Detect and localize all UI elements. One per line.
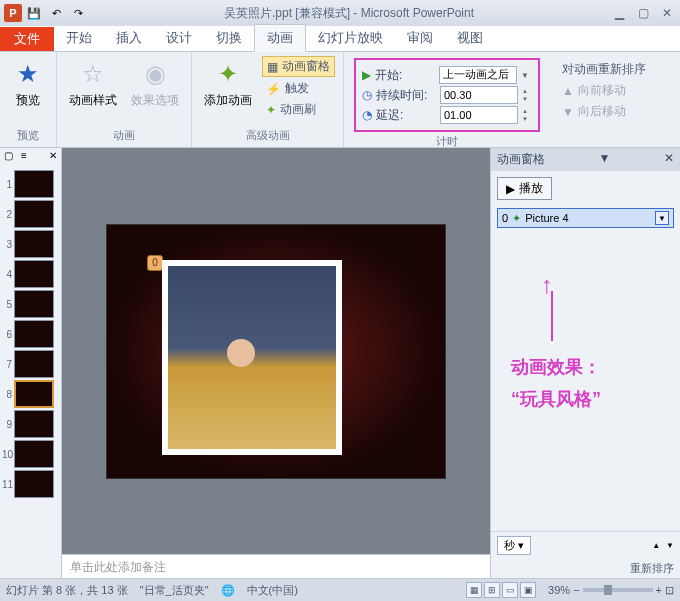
- styles-label: 动画样式: [69, 92, 117, 109]
- timing-highlight: ▶ 开始: 上一动画之后 ▼ ◷ 持续时间: ▲▼ ◔ 延迟: ▲▼: [354, 58, 540, 132]
- save-icon[interactable]: 💾: [24, 3, 44, 23]
- animation-painter-button[interactable]: ✦动画刷: [262, 100, 335, 119]
- language-icon[interactable]: 🌐: [221, 584, 235, 597]
- add-animation-button[interactable]: ✦ 添加动画: [200, 56, 256, 111]
- tab-home[interactable]: 开始: [54, 25, 104, 51]
- start-label: 开始:: [375, 67, 435, 84]
- trigger-button[interactable]: ⚡触发: [262, 79, 335, 98]
- thumbnail-3[interactable]: 3: [2, 230, 59, 258]
- pane-close-icon[interactable]: ✕: [664, 151, 674, 168]
- reorder-up-icon[interactable]: ▲: [652, 541, 660, 550]
- close-button[interactable]: ✕: [658, 6, 676, 20]
- move-backward-button: ▼向后移动: [558, 102, 650, 121]
- delay-label: 延迟:: [376, 107, 436, 124]
- spin-down-icon[interactable]: ▼: [522, 115, 532, 123]
- animation-pane-button[interactable]: ▦动画窗格: [262, 56, 335, 77]
- animation-pane: 动画窗格 ▼ ✕ ▶播放 0 ✦ Picture 4 ▼ ↑ 动画效果： “玩具…: [490, 148, 680, 578]
- animation-styles-button[interactable]: ☆ 动画样式: [65, 56, 121, 111]
- start-dropdown[interactable]: 上一动画之后: [439, 66, 517, 84]
- app-icon[interactable]: P: [4, 4, 22, 22]
- play-icon: ▶: [362, 68, 371, 82]
- thumbnail-2[interactable]: 2: [2, 200, 59, 228]
- play-button[interactable]: ▶播放: [497, 177, 552, 200]
- delay-input[interactable]: [440, 106, 518, 124]
- fit-button[interactable]: ⊡: [665, 584, 674, 597]
- redo-icon[interactable]: ↷: [68, 3, 88, 23]
- add-label: 添加动画: [204, 92, 252, 109]
- thumbnail-list: 1234567891011: [0, 166, 61, 502]
- thumbnail-7[interactable]: 7: [2, 350, 59, 378]
- play-icon: ▶: [506, 182, 515, 196]
- thumbnail-tabs: ▢ ≡ ✕: [0, 148, 61, 166]
- tab-animations[interactable]: 动画: [254, 24, 306, 52]
- star-icon: ★: [12, 58, 44, 90]
- pane-title: 动画窗格: [497, 151, 545, 168]
- slides-tab-icon[interactable]: ▢: [0, 148, 17, 166]
- thumbnail-1[interactable]: 1: [2, 170, 59, 198]
- item-dropdown-icon[interactable]: ▼: [655, 211, 669, 225]
- options-icon: ◉: [139, 58, 171, 90]
- reorder-label: 对动画重新排序: [558, 60, 650, 79]
- thumbnail-4[interactable]: 4: [2, 260, 59, 288]
- duration-input[interactable]: [440, 86, 518, 104]
- thumbnail-5[interactable]: 5: [2, 290, 59, 318]
- slide-canvas[interactable]: 0: [62, 148, 490, 554]
- seconds-dropdown[interactable]: 秒 ▾: [497, 536, 531, 555]
- reorder-down-icon[interactable]: ▼: [666, 541, 674, 550]
- pane-dropdown-icon[interactable]: ▼: [599, 151, 611, 168]
- reorder-label: 重新排序: [491, 559, 680, 578]
- tab-insert[interactable]: 插入: [104, 25, 154, 51]
- tab-slideshow[interactable]: 幻灯片放映: [306, 25, 395, 51]
- notes-pane[interactable]: 单击此处添加备注: [62, 554, 490, 578]
- zoom-handle[interactable]: [604, 585, 612, 595]
- zoom-in-button[interactable]: +: [656, 584, 662, 596]
- chevron-down-icon[interactable]: ▼: [521, 71, 529, 80]
- spin-down-icon[interactable]: ▼: [522, 95, 532, 103]
- tab-view[interactable]: 视图: [445, 25, 495, 51]
- add-star-icon: ✦: [212, 58, 244, 90]
- window-controls: ▁ ▢ ✕: [610, 6, 676, 20]
- ribbon: ★ 预览 预览 ☆ 动画样式 ◉ 效果选项 动画 ✦ 添加动画 ▦动画窗格: [0, 52, 680, 148]
- tab-review[interactable]: 审阅: [395, 25, 445, 51]
- normal-view-icon[interactable]: ▦: [466, 582, 482, 598]
- slide-counter: 幻灯片 第 8 张，共 13 张: [6, 583, 128, 598]
- tab-file[interactable]: 文件: [0, 27, 54, 51]
- thumbnail-8[interactable]: 8: [2, 380, 59, 408]
- thumbnail-9[interactable]: 9: [2, 410, 59, 438]
- outline-tab-icon[interactable]: ≡: [17, 148, 31, 166]
- tab-transitions[interactable]: 切换: [204, 25, 254, 51]
- reading-view-icon[interactable]: ▭: [502, 582, 518, 598]
- photo-placeholder: [168, 266, 336, 449]
- preview-button[interactable]: ★ 预览: [8, 56, 48, 111]
- item-number: 0: [502, 212, 508, 224]
- thumbnail-10[interactable]: 10: [2, 440, 59, 468]
- item-name: Picture 4: [525, 212, 568, 224]
- down-arrow-icon: ▼: [562, 105, 574, 119]
- effect-options-button: ◉ 效果选项: [127, 56, 183, 111]
- close-thumbnails-icon[interactable]: ✕: [45, 148, 61, 166]
- group-timing: ▶ 开始: 上一动画之后 ▼ ◷ 持续时间: ▲▼ ◔ 延迟: ▲▼ 计时: [344, 52, 550, 147]
- slide[interactable]: 0: [106, 224, 446, 479]
- group-advanced: ✦ 添加动画 ▦动画窗格 ⚡触发 ✦动画刷 高级动画: [192, 52, 344, 147]
- tab-design[interactable]: 设计: [154, 25, 204, 51]
- star-outline-icon: ☆: [77, 58, 109, 90]
- animation-item[interactable]: 0 ✦ Picture 4 ▼: [497, 208, 674, 228]
- undo-icon[interactable]: ↶: [46, 3, 66, 23]
- pane-header: 动画窗格 ▼ ✕: [491, 148, 680, 171]
- sorter-view-icon[interactable]: ⊞: [484, 582, 500, 598]
- animation-badge[interactable]: 0: [147, 255, 163, 271]
- zoom-out-button[interactable]: −: [573, 584, 579, 596]
- clock-icon: ◷: [362, 88, 372, 102]
- zoom-slider[interactable]: [583, 588, 653, 592]
- thumbnail-6[interactable]: 6: [2, 320, 59, 348]
- slideshow-view-icon[interactable]: ▣: [520, 582, 536, 598]
- pane-footer: 秒 ▾ ▲ ▼: [491, 531, 680, 559]
- maximize-button[interactable]: ▢: [634, 6, 652, 20]
- thumbnail-11[interactable]: 11: [2, 470, 59, 498]
- pane-body: ▶播放 0 ✦ Picture 4 ▼ ↑ 动画效果： “玩具风格”: [491, 171, 680, 531]
- photo-frame[interactable]: [162, 260, 342, 455]
- minimize-button[interactable]: ▁: [610, 6, 628, 20]
- spin-up-icon[interactable]: ▲: [522, 107, 532, 115]
- spin-up-icon[interactable]: ▲: [522, 87, 532, 95]
- options-label: 效果选项: [131, 92, 179, 109]
